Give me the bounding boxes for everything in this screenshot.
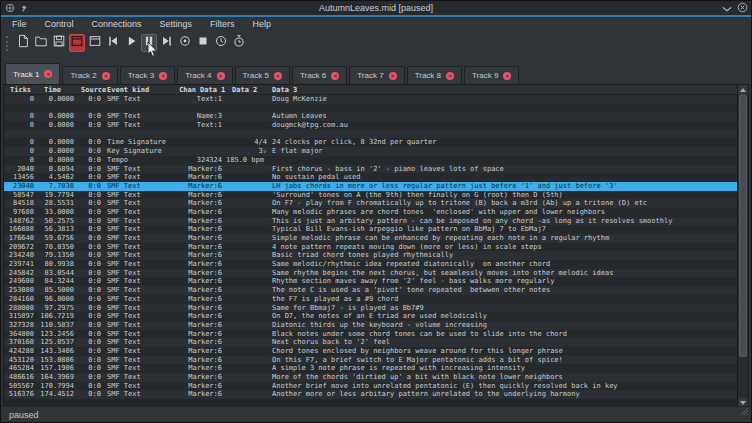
tab-track-9[interactable]: Track 9 ✕: [464, 66, 519, 84]
table-row[interactable]: 0 0.0000 0:0 SMF Text Text:1 dougmck@tpg…: [4, 121, 737, 130]
table-row[interactable]: 465284 157.1906 0:0 SMF Text Marker:6 A …: [4, 364, 737, 373]
menu-item[interactable]: Connections: [83, 17, 151, 31]
table-row[interactable]: 176640 59.6756 0:0 SMF Text Marker:6 Sim…: [4, 234, 737, 243]
tab-close-icon[interactable]: ✕: [331, 72, 339, 80]
table-row[interactable]: 166888 56.3813 0:0 SMF Text Marker:6 Typ…: [4, 225, 737, 234]
tab-track-7[interactable]: Track 7 ✕: [349, 66, 404, 84]
timer-button[interactable]: [231, 34, 247, 52]
record-icon: [178, 34, 192, 52]
tab-track-8[interactable]: Track 8 ✕: [407, 66, 462, 84]
tab-track-2[interactable]: Track 2 ✕: [62, 66, 117, 84]
record-button[interactable]: [177, 34, 193, 52]
table-row[interactable]: 505567 170.7994 0:0 SMF Text Marker:6 An…: [4, 382, 737, 391]
tab-label: Track 9: [472, 71, 498, 80]
tab-track-4[interactable]: Track 4 ✕: [177, 66, 232, 84]
table-row[interactable]: [4, 104, 737, 113]
toolbar-drag-handle[interactable]: [6, 36, 10, 51]
vertical-scrollbar[interactable]: [737, 85, 748, 408]
save-file-button[interactable]: [51, 34, 67, 52]
tab-label: Track 7: [357, 71, 383, 80]
table-row[interactable]: 288000 97.2975 0:0 SMF Text Marker:6 Sam…: [4, 304, 737, 313]
tab-close-icon[interactable]: ✕: [503, 72, 511, 80]
table-row[interactable]: 327328 110.5837 0:0 SMF Text Marker:6 Di…: [4, 321, 737, 330]
event-list: TicksTimeSourceEvent kindChanData 1Data …: [3, 84, 749, 409]
tab-close-icon[interactable]: ✕: [217, 72, 225, 80]
table-row[interactable]: 0 0.0000 0:0 SMF Text Text:1 Doug McKenz…: [4, 95, 737, 104]
close-window-icon[interactable]: [737, 0, 748, 17]
menu-item[interactable]: Filters: [201, 17, 244, 31]
menu-item[interactable]: File: [3, 17, 36, 31]
pause-button[interactable]: [141, 34, 157, 52]
tab-close-icon[interactable]: ✕: [446, 72, 454, 80]
table-row[interactable]: 84518 28.5531 0:0 SMF Text Marker:6 On F…: [4, 199, 737, 208]
tab-label: Track 5: [243, 71, 269, 80]
skip-forward-button[interactable]: [159, 34, 175, 52]
menu-item[interactable]: Help: [244, 17, 281, 31]
menu-item[interactable]: Control: [36, 17, 83, 31]
tab-track-3[interactable]: Track 3 ✕: [120, 66, 175, 84]
table-row[interactable]: 2040 0.6894 0:0 SMF Text Marker:6 First …: [4, 165, 737, 174]
clock-button[interactable]: [213, 34, 229, 52]
tab-label: Track 1: [13, 70, 39, 79]
record-window-button[interactable]: [69, 34, 85, 52]
table-row[interactable]: 516376 174.4512 0:0 SMF Text Marker:6 An…: [4, 390, 737, 399]
table-row[interactable]: 364800 123.2456 0:0 SMF Text Marker:6 Bl…: [4, 330, 737, 339]
table-row[interactable]: 234240 79.1350 0:0 SMF Text Marker:6 Bas…: [4, 251, 737, 260]
table-row[interactable]: 249600 84.3244 0:0 SMF Text Marker:6 Rhy…: [4, 277, 737, 286]
tab-close-icon[interactable]: ✕: [159, 72, 167, 80]
table-row[interactable]: [4, 130, 737, 139]
tab-track-5[interactable]: Track 5 ✕: [235, 66, 290, 84]
save-file-icon: [52, 34, 66, 52]
resize-grip[interactable]: [740, 402, 749, 420]
column-header: Ticks: [4, 85, 36, 95]
new-file-button[interactable]: [15, 34, 31, 52]
table-row[interactable]: 0 0.0000 0:0 Tempo 324324 185.0 bpm: [4, 156, 737, 165]
stop-icon: [196, 34, 210, 52]
new-file-icon: [16, 34, 30, 52]
tab-track-1[interactable]: Track 1 ✕: [5, 63, 60, 84]
play-button[interactable]: [123, 34, 139, 52]
column-header: Data 2: [222, 85, 268, 95]
scroll-up-icon[interactable]: [738, 85, 748, 95]
table-row[interactable]: 486616 164.3969 0:0 SMF Text Marker:6 Mo…: [4, 373, 737, 382]
column-header: Data 1: [196, 85, 222, 95]
table-row[interactable]: 13456 4.5462 0:0 SMF Text Marker:6 No su…: [4, 173, 737, 182]
table-header-row: TicksTimeSourceEvent kindChanData 1Data …: [4, 85, 737, 95]
event-list-window-icon: [88, 34, 102, 52]
table-row[interactable]: 315897 106.7219 0:0 SMF Text Marker:6 On…: [4, 312, 737, 321]
tab-close-icon[interactable]: ✕: [44, 70, 52, 78]
column-header: Source: [76, 85, 104, 95]
event-list-button[interactable]: [87, 34, 103, 52]
table-body: 0 0.0000 0:0 SMF Text Text:1 Doug McKenz…: [4, 95, 737, 408]
shade-window-icon[interactable]: [722, 0, 732, 17]
table-row[interactable]: 0 0.0000 0:0 Key Signature 3♭ E flat maj…: [4, 147, 737, 156]
table-row[interactable]: 0 0.0000 0:0 Time Signature 4/4 24 clock…: [4, 138, 737, 147]
table-row[interactable]: 58547 19.7794 0:0 SMF Text Marker:6 'Sur…: [4, 191, 737, 200]
table-row[interactable]: 424288 143.3406 0:0 SMF Text Marker:6 Ch…: [4, 347, 737, 356]
table-row[interactable]: 148762 50.2575 0:0 SMF Text Marker:6 Thi…: [4, 217, 737, 226]
table-row[interactable]: 97680 33.0000 0:0 SMF Text Marker:6 Many…: [4, 208, 737, 217]
table-row[interactable]: 209672 70.8350 0:0 SMF Text Marker:6 4 n…: [4, 243, 737, 252]
table-row[interactable]: 453120 153.0806 0:0 SMF Text Marker:6 On…: [4, 356, 737, 365]
table-row[interactable]: 370160 125.0537 0:0 SMF Text Marker:6 Ne…: [4, 338, 737, 347]
table-row[interactable]: 23040 7.7838 0:0 SMF Text Marker:6 LH ja…: [4, 182, 737, 191]
stop-button[interactable]: [195, 34, 211, 52]
tab-close-icon[interactable]: ✕: [389, 72, 397, 80]
open-file-button[interactable]: [33, 34, 49, 52]
tab-close-icon[interactable]: ✕: [102, 72, 110, 80]
table-row[interactable]: 253080 85.5000 0:0 SMF Text Marker:6 The…: [4, 286, 737, 295]
titlebar: AutumnLeaves.mid [paused]: [1, 1, 751, 15]
table-row[interactable]: 284160 96.0000 0:0 SMF Text Marker:6 the…: [4, 295, 737, 304]
skip-backward-button[interactable]: [105, 34, 121, 52]
column-header: Event kind: [104, 85, 166, 95]
record-window-icon: [70, 34, 84, 52]
tab-close-icon[interactable]: ✕: [274, 72, 282, 80]
table-row[interactable]: 0 0.0000 0:0 SMF Text Name:3 Autumn Leav…: [4, 112, 737, 121]
table-row[interactable]: 245842 83.0544 0:0 SMF Text Marker:6 Sam…: [4, 269, 737, 278]
menu-item[interactable]: Settings: [151, 17, 202, 31]
table-row[interactable]: 239741 80.9938 0:0 SMF Text Marker:6 Sam…: [4, 260, 737, 269]
skip-forward-icon: [160, 34, 174, 52]
tab-track-6[interactable]: Track 6 ✕: [292, 66, 347, 84]
scrollbar-thumb[interactable]: [739, 95, 747, 357]
menubar: FileControlConnectionsSettingsFiltersHel…: [1, 17, 751, 31]
